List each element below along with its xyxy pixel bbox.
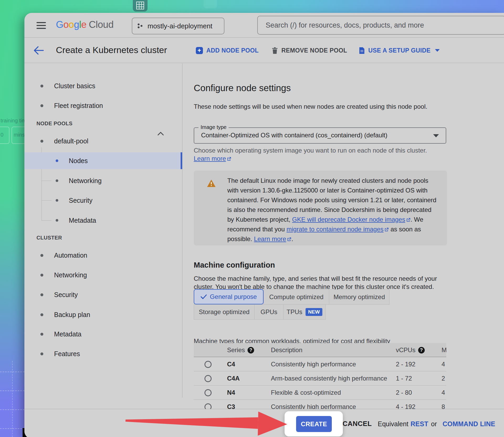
search-input[interactable]: Search (/) for resources, docs, products…	[257, 16, 504, 35]
deprecate-docker-link[interactable]: GKE will deprecate Docker node images	[292, 216, 411, 223]
cloud-console-window: GoogleCloud mostly-ai-deployment Search …	[24, 13, 504, 437]
tab-general-purpose[interactable]: General purpose	[194, 289, 264, 304]
sidebar-item-backup-plan[interactable]: Backup plan	[24, 306, 182, 323]
document-icon	[359, 47, 365, 54]
step-dot-icon	[40, 104, 43, 107]
step-dot-icon	[40, 313, 43, 316]
step-dot-icon	[40, 333, 43, 336]
tab-tpus[interactable]: TPUs NEW	[283, 304, 326, 320]
machine-series-table: Series ? Description vCPUs ? M C4 Consis…	[194, 343, 446, 409]
tab-storage-optimized[interactable]: Storage optimized	[194, 304, 255, 320]
remove-node-pool-button[interactable]: REMOVE NODE POOL	[272, 38, 347, 63]
step-dot-icon	[40, 274, 43, 277]
equivalent-label: Equivalent	[378, 420, 408, 428]
warning-icon	[207, 179, 216, 187]
table-row[interactable]: C3 Consistently high performance 4 - 192…	[194, 400, 446, 409]
check-icon	[201, 294, 207, 299]
sidebar-item-pool-metadata[interactable]: Metadata	[24, 212, 182, 229]
new-badge: NEW	[306, 308, 322, 316]
dropdown-caret-icon	[433, 134, 439, 137]
or-label: or	[431, 420, 437, 428]
step-dot-icon	[40, 140, 43, 143]
machine-configuration-heading: Machine configuration	[194, 261, 275, 269]
table-row[interactable]: N4 Flexible & cost-optimized 2 - 80 4	[194, 386, 446, 400]
step-dot-icon	[56, 199, 58, 202]
warning-text: The default Linux node image for newly c…	[227, 176, 439, 244]
radio-button[interactable]	[204, 389, 212, 396]
external-link-icon	[384, 227, 389, 232]
plus-icon: +	[196, 47, 203, 54]
red-annotation-arrow	[125, 406, 288, 437]
project-name: mostly-ai-deployment	[148, 22, 212, 30]
external-link-icon	[406, 218, 411, 222]
sidebar-item-pool-security[interactable]: Security	[24, 192, 182, 209]
step-dot-icon	[56, 159, 58, 162]
sidebar-item-nodes[interactable]: Nodes	[24, 152, 182, 169]
step-dot-icon	[40, 254, 43, 257]
sidebar-item-fleet-registration[interactable]: Fleet registration	[24, 97, 182, 114]
sidebar-item-networking[interactable]: Networking	[24, 267, 182, 283]
desktop: training time 0 mins GoogleCloud mostly-…	[0, 0, 504, 437]
background-faded-value: 0	[1, 132, 3, 138]
sidebar-divider	[182, 63, 182, 398]
tab-memory-optimized[interactable]: Memory optimized	[329, 289, 390, 305]
selected-indicator	[181, 152, 182, 169]
project-icon	[137, 23, 143, 29]
command-line-link[interactable]: COMMAND LINE	[443, 420, 495, 428]
vcpus-header: vCPUs ?	[396, 343, 425, 357]
background-faded-unit: mins	[14, 132, 25, 138]
background-gridline	[12, 361, 13, 437]
top-app-bar: GoogleCloud mostly-ai-deployment Search …	[24, 13, 504, 38]
tab-compute-optimized[interactable]: Compute optimized	[264, 289, 329, 305]
step-dot-icon	[40, 352, 43, 355]
radio-button[interactable]	[204, 375, 212, 382]
chevron-down-icon	[435, 49, 440, 52]
sidebar-section-cluster: CLUSTER	[36, 235, 62, 241]
search-placeholder: Search (/) for resources, docs, products…	[266, 21, 424, 29]
step-dot-icon	[40, 293, 43, 296]
step-dot-icon	[40, 85, 43, 87]
page-title: Create a Kubernetes cluster	[56, 45, 167, 55]
table-row[interactable]: C4 Consistently high performance 2 - 192…	[194, 357, 446, 371]
section-heading: Configure node settings	[194, 83, 291, 93]
project-picker[interactable]: mostly-ai-deployment	[132, 18, 224, 34]
sidebar-item-security[interactable]: Security	[24, 286, 182, 303]
help-icon[interactable]: ?	[248, 347, 254, 353]
trash-icon	[272, 47, 278, 54]
back-arrow-icon[interactable]	[33, 45, 44, 56]
image-type-select[interactable]: Image type Container-Optimized OS with c…	[194, 127, 446, 144]
use-setup-guide-button[interactable]: USE A SETUP GUIDE	[359, 38, 440, 63]
migrate-containerd-link[interactable]: migrate to containerd node images	[286, 226, 389, 233]
tab-gpus[interactable]: GPUs	[254, 304, 284, 320]
table-row[interactable]: C4A Arm-based consistently high performa…	[194, 371, 446, 386]
sidebar-item-features[interactable]: Features	[24, 345, 182, 362]
external-link-icon	[227, 157, 231, 161]
external-link-icon	[287, 237, 291, 242]
cancel-button[interactable]: CANCEL	[343, 420, 372, 428]
image-type-helper: Choose which operating system image you …	[194, 146, 443, 163]
sidebar-item-automation[interactable]: Automation	[24, 247, 182, 264]
add-node-pool-button[interactable]: + ADD NODE POOL	[196, 38, 259, 63]
sidebar-item-cluster-basics[interactable]: Cluster basics	[24, 77, 182, 94]
learn-more-link[interactable]: Learn more	[254, 235, 291, 242]
memory-header: M	[442, 343, 446, 357]
google-cloud-logo: GoogleCloud	[56, 19, 114, 30]
learn-more-link[interactable]: Learn more	[194, 155, 231, 162]
sidebar-item-pool-networking[interactable]: Networking	[24, 172, 182, 189]
help-icon[interactable]: ?	[418, 347, 425, 353]
radio-button[interactable]	[204, 361, 212, 368]
sidebar-item-metadata[interactable]: Metadata	[24, 326, 182, 342]
menu-icon[interactable]	[36, 22, 46, 29]
step-dot-icon	[56, 219, 58, 222]
step-dot-icon	[56, 179, 58, 182]
sidebar-section-node-pools: NODE POOLS	[36, 121, 72, 127]
rest-link[interactable]: REST	[411, 420, 428, 428]
create-button[interactable]: CREATE	[296, 416, 332, 432]
image-type-value: Container-Optimized OS with containerd (…	[201, 132, 387, 139]
image-type-label: Image type	[198, 124, 229, 130]
collapse-chevron-icon[interactable]	[157, 131, 164, 137]
page-header: Create a Kubernetes cluster + ADD NODE P…	[24, 38, 504, 63]
description-header: Description	[271, 343, 302, 357]
table-header-row: Series ? Description vCPUs ? M	[194, 343, 446, 357]
series-header: Series ?	[227, 343, 254, 357]
